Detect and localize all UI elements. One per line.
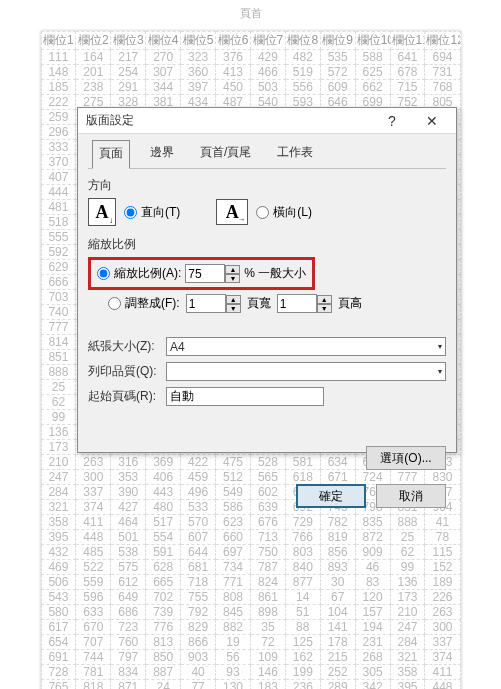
scale-spinbox[interactable]: ▲ ▼ (185, 264, 240, 283)
scale-radio-input[interactable] (97, 267, 110, 280)
fit-radio-input[interactable] (108, 297, 121, 310)
fit-radio[interactable]: 調整成(F): (108, 295, 180, 312)
help-button[interactable]: ? (372, 108, 412, 133)
page-setup-dialog: 版面設定 ? ✕ 頁面 邊界 頁首/頁尾 工作表 方向 A↓ 直向(T) A→ … (77, 107, 457, 453)
portrait-label: 直向(T) (141, 204, 180, 221)
print-quality-label: 列印品質(Q): (88, 363, 160, 380)
fit-label: 調整成(F): (125, 295, 180, 312)
tabs: 頁面 邊界 頁首/頁尾 工作表 (88, 138, 446, 169)
paper-size-value: A4 (170, 340, 185, 354)
first-page-label: 起始頁碼(R): (88, 388, 160, 405)
portrait-icon: A↓ (88, 198, 116, 226)
chevron-down-icon: ▾ (438, 342, 442, 351)
fit-wide-label: 頁寬 (247, 295, 271, 312)
scale-radio[interactable]: 縮放比例(A): (97, 265, 181, 282)
landscape-radio[interactable]: 橫向(L) (256, 204, 312, 221)
fit-tall-spinbox[interactable]: ▲ ▼ (277, 294, 332, 313)
page-header-label: 頁首 (240, 0, 262, 27)
tab-header-footer[interactable]: 頁首/頁尾 (194, 140, 257, 168)
scaling-title: 縮放比例 (88, 236, 446, 253)
fit-tall-down-button[interactable]: ▼ (317, 304, 332, 313)
tab-page[interactable]: 頁面 (92, 140, 130, 169)
tab-sheet[interactable]: 工作表 (271, 140, 319, 168)
scale-label: 縮放比例(A): (114, 265, 181, 282)
scale-down-button[interactable]: ▼ (225, 274, 240, 283)
chevron-down-icon: ▾ (438, 367, 442, 376)
paper-size-label: 紙張大小(Z): (88, 338, 160, 355)
fit-tall-input[interactable] (277, 294, 317, 313)
close-button[interactable]: ✕ (412, 108, 452, 133)
tab-margins[interactable]: 邊界 (144, 140, 180, 168)
options-button[interactable]: 選項(O)... (366, 446, 446, 470)
fit-wide-input[interactable] (186, 294, 226, 313)
portrait-radio[interactable]: 直向(T) (124, 204, 180, 221)
fit-wide-up-button[interactable]: ▲ (226, 295, 241, 304)
dialog-title: 版面設定 (86, 112, 372, 129)
landscape-icon: A→ (216, 199, 248, 225)
print-quality-select[interactable]: ▾ (166, 362, 446, 381)
ok-button[interactable]: 確定 (296, 484, 366, 508)
paper-size-select[interactable]: A4 ▾ (166, 337, 446, 356)
fit-tall-up-button[interactable]: ▲ (317, 295, 332, 304)
landscape-label: 橫向(L) (273, 204, 312, 221)
fit-wide-down-button[interactable]: ▼ (226, 304, 241, 313)
scale-up-button[interactable]: ▲ (225, 265, 240, 274)
first-page-input[interactable] (166, 387, 324, 406)
orientation-title: 方向 (88, 177, 446, 194)
fit-tall-label: 頁高 (338, 295, 362, 312)
portrait-radio-input[interactable] (124, 206, 137, 219)
scale-suffix: % 一般大小 (244, 265, 306, 282)
fit-wide-spinbox[interactable]: ▲ ▼ (186, 294, 241, 313)
cancel-button[interactable]: 取消 (376, 484, 446, 508)
scale-input[interactable] (185, 264, 225, 283)
titlebar: 版面設定 ? ✕ (78, 108, 456, 134)
scaling-highlight: 縮放比例(A): ▲ ▼ % 一般大小 (88, 257, 315, 290)
landscape-radio-input[interactable] (256, 206, 269, 219)
